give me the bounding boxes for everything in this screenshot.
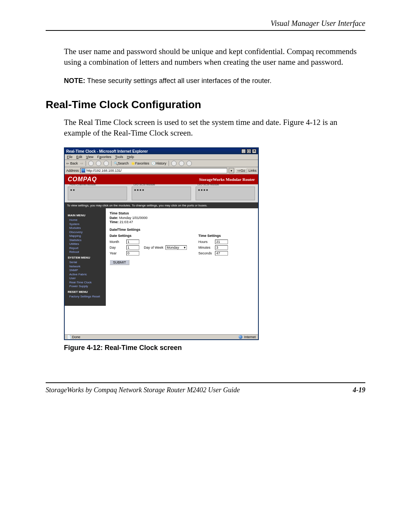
main-panel: Time Status Date: Monday 1/01/0000 Time:…	[106, 208, 258, 273]
day-input[interactable]: 1	[126, 245, 139, 250]
back-button[interactable]: ⇦ Back	[66, 161, 78, 165]
sidebar-item-system[interactable]: System	[69, 222, 103, 226]
seconds-input[interactable]: 47	[215, 251, 228, 256]
sidebar-item-real-time-clock[interactable]: Real-Time Clock	[69, 281, 103, 284]
note-paragraph: NOTE: These security settings affect all…	[64, 77, 365, 85]
sidebar-item-home[interactable]: Home	[69, 218, 103, 222]
address-dropdown[interactable]: ▾	[229, 168, 234, 173]
date-time-settings-head: Date/Time Settings	[110, 228, 254, 232]
footer-title: StorageWorks by Compaq Network Storage R…	[46, 386, 240, 394]
reset-menu-head: RESET MENU	[68, 290, 103, 294]
minutes-input[interactable]: 3	[215, 245, 228, 250]
menu-edit[interactable]: Edit	[76, 155, 83, 159]
hours-input[interactable]: 21	[215, 240, 228, 244]
month-label: Month	[110, 240, 124, 244]
maximize-button[interactable]: ▢	[247, 149, 251, 153]
address-input[interactable]: http://192.168.100.131/	[80, 168, 227, 173]
window-title: Real-Time Clock - Microsoft Internet Exp…	[66, 149, 148, 153]
module-lvd-scsi-1[interactable]: LVD SCSI Module	[132, 187, 191, 200]
sidebar-item-modules[interactable]: Modules	[69, 226, 103, 230]
time-settings-col: Time Settings Hours 21 Minutes 3	[198, 234, 228, 265]
date-line: Date: Monday 1/01/0000	[110, 216, 254, 220]
day-label: Day	[110, 246, 124, 249]
month-input[interactable]: 1	[126, 240, 139, 244]
history-button[interactable]: 🕓History	[151, 161, 166, 165]
note-label: NOTE:	[64, 77, 85, 85]
dow-select[interactable]: Monday▾	[166, 245, 187, 250]
close-button[interactable]: ✕	[252, 149, 256, 153]
hours-label: Hours	[198, 240, 213, 244]
ie-page-icon	[81, 169, 85, 173]
sidebar-item-mapping[interactable]: Mapping	[69, 234, 103, 238]
time-status-head: Time Status	[110, 211, 254, 215]
rule-top	[46, 30, 365, 31]
sidebar-item-snmp[interactable]: SNMP	[69, 268, 103, 272]
stop-icon[interactable]	[88, 161, 94, 166]
compaq-logo: COMPAQ	[68, 176, 97, 183]
sidebar-item-statistics[interactable]: Statistics	[69, 238, 103, 242]
minutes-label: Minutes	[198, 246, 213, 249]
running-header: Visual Manager User Interface	[46, 19, 365, 28]
hint-bar: To view settings, you may click on the m…	[65, 203, 258, 208]
menu-file[interactable]: FFileile	[67, 155, 73, 159]
section-heading: Real-Time Clock Configuration	[46, 99, 365, 111]
links-label[interactable]: Links	[249, 169, 256, 173]
system-menu-head: SYSTEM MENU	[68, 256, 103, 259]
rule-bottom	[46, 382, 365, 383]
sidebar-item-serial[interactable]: Serial	[69, 260, 103, 264]
time-line: Time: 21:03:47	[110, 220, 254, 224]
year-label: Year	[110, 251, 124, 255]
menu-favorites[interactable]: Favorites	[97, 155, 111, 159]
ie-addressbar: Address http://192.168.100.131/ ▾ ⇨Go Li…	[65, 167, 258, 174]
ie-statusbar: 📄 Done Internet	[65, 334, 258, 339]
date-settings-col: Date Settings Month 1 Day 1 Day of Week	[110, 234, 187, 265]
sidebar-item-network[interactable]: Network	[69, 265, 103, 268]
minimize-button[interactable]: _	[241, 149, 246, 153]
search-button[interactable]: 🔍Search	[114, 161, 129, 165]
mail-icon[interactable]	[171, 161, 177, 166]
page-content: COMPAQ StorageWorks Modular Router Fibre…	[65, 174, 258, 334]
sidebar-item-reboot[interactable]: Reboot	[69, 250, 103, 254]
note-text: These security settings affect all user …	[85, 77, 272, 85]
internet-icon	[239, 335, 242, 339]
sidebar-item-report[interactable]: Report	[69, 246, 103, 250]
product-title: StorageWorks Modular Router	[199, 177, 255, 182]
sidebar-item-active-fabric[interactable]: Active Fabric	[69, 273, 103, 276]
figure-caption: Figure 4-12: Real-Time Clock screen	[64, 344, 365, 352]
forward-button[interactable]: ⇨	[80, 161, 83, 165]
url-text: http://192.168.100.131/	[86, 169, 122, 173]
print-icon[interactable]	[179, 161, 184, 166]
year-input[interactable]: 0	[126, 251, 139, 256]
status-zone: Internet	[239, 335, 256, 339]
menu-help[interactable]: Help	[127, 155, 134, 159]
favorites-button[interactable]: ⭐Favorites	[131, 161, 149, 165]
submit-button[interactable]: SUBMIT	[110, 260, 129, 265]
seconds-label: Seconds	[198, 251, 213, 255]
edit-icon[interactable]	[186, 161, 192, 166]
module-lvd-scsi-2[interactable]: LVD SCSI Module	[196, 187, 255, 200]
ie-window: Real-Time Clock - Microsoft Internet Exp…	[64, 147, 259, 340]
go-button[interactable]: ⇨Go	[236, 168, 247, 173]
screenshot-figure: Real-Time Clock - Microsoft Internet Exp…	[64, 147, 365, 340]
sidebar-item-user[interactable]: User	[69, 276, 103, 280]
sidebar: MAIN MENU Home System Modules Discovery …	[65, 208, 106, 306]
intro-paragraph: The user name and password should be uni…	[64, 46, 365, 68]
home-icon[interactable]	[104, 161, 109, 166]
main-menu-head: MAIN MENU	[68, 214, 103, 217]
sidebar-item-utilities[interactable]: Utilities	[69, 242, 103, 246]
menu-view[interactable]: View	[86, 155, 93, 159]
time-settings-head: Time Settings	[198, 234, 228, 238]
sidebar-item-discovery[interactable]: Discovery	[69, 230, 103, 234]
module-fibre-channel[interactable]: Fibre Channel Module	[68, 187, 127, 200]
ie-menubar: FFileile Edit View Favorites Tools Help	[65, 154, 258, 160]
status-left: 📄 Done	[67, 335, 80, 339]
menu-tools[interactable]: Tools	[115, 155, 123, 159]
module-strip: Fibre Channel Module LVD SCSI Module LVD…	[65, 184, 258, 203]
refresh-icon[interactable]	[96, 161, 101, 166]
sidebar-item-factory-reset[interactable]: Factory Settings Reset	[69, 295, 103, 298]
sidebar-item-power-supply[interactable]: Power Supply	[69, 284, 103, 288]
dow-label: Day of Week	[144, 246, 163, 249]
page-footer: StorageWorks by Compaq Network Storage R…	[46, 386, 365, 394]
page-number: 4-19	[353, 386, 365, 394]
address-label: Address	[66, 169, 79, 173]
